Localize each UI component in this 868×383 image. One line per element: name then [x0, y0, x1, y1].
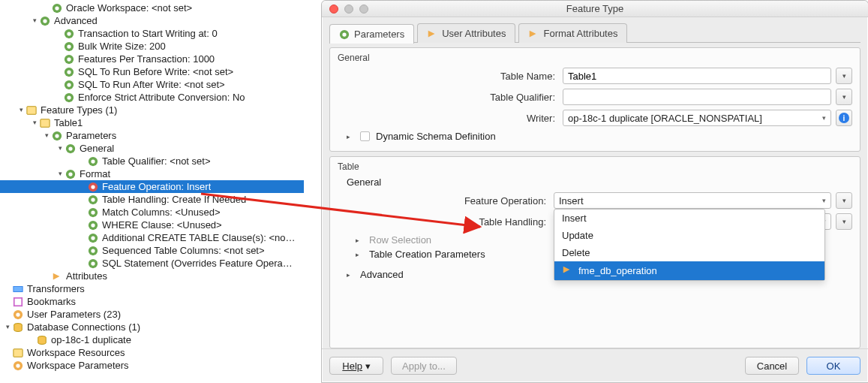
feature-operation-option-fme-db-operation[interactable]: fme_db_operation	[554, 261, 824, 280]
dynamic-schema-toggle[interactable]: ▸ Dynamic Schema Definition	[347, 131, 852, 142]
tree-item-user-parameters[interactable]: ▸User Parameters (23)	[0, 308, 304, 321]
tree-item-feature-operation[interactable]: ▸Feature Operation: Insert	[0, 180, 304, 193]
option-label: Delete	[562, 247, 590, 258]
database-icon	[36, 334, 48, 346]
feature-operation-option-update[interactable]: Update	[554, 227, 824, 244]
tab-format-attributes[interactable]: Format Attributes	[518, 23, 627, 43]
writer-info-button[interactable]: i	[836, 110, 852, 126]
tree-item-label: General	[80, 142, 114, 155]
tree-item[interactable]: ▸Bulk Write Size: 200	[0, 40, 304, 53]
titlebar: Feature Type	[322, 1, 868, 17]
tree-item[interactable]: ▸Sequenced Table Columns: <not set>	[0, 244, 304, 257]
tree-item-bookmarks[interactable]: ▸Bookmarks	[0, 295, 304, 308]
table-name-input[interactable]	[563, 68, 831, 84]
tab-user-attributes[interactable]: User Attributes	[417, 23, 515, 43]
writer-select[interactable]: op-18c-1 duplicate [ORACLE_NONSPATIAL] ▾	[563, 110, 831, 126]
tree-item-label: Parameters	[66, 129, 116, 142]
label-feature-operation: Feature Operation:	[347, 195, 554, 207]
minimize-icon[interactable]	[344, 5, 353, 14]
feature-operation-value: Insert	[559, 195, 584, 207]
svg-point-29	[91, 198, 95, 201]
dynamic-schema-checkbox[interactable]	[360, 131, 370, 141]
svg-point-51	[342, 32, 346, 36]
svg-rect-16	[27, 106, 36, 114]
table-name-menu-button[interactable]: ▾	[836, 68, 852, 84]
section-title: General	[338, 53, 852, 63]
tree-item[interactable]: ▸SQL To Run Before Write: <not set>	[0, 65, 304, 78]
feature-operation-dropdown: Insert Update Delete fme_db_operation	[554, 209, 825, 281]
gear-icon	[39, 15, 51, 27]
svg-point-19	[55, 134, 59, 137]
tree-item-table1[interactable]: ▾ Table1	[0, 116, 304, 129]
tree-item[interactable]: ▸Transaction to Start Writing at: 0	[0, 27, 304, 40]
tree-item-label: SQL To Run Before Write: <not set>	[78, 65, 233, 78]
disclosure-triangle-icon: ▸	[347, 271, 354, 279]
gear-icon	[87, 258, 99, 270]
table-creation-params-label: Table Creation Parameters	[369, 249, 485, 260]
tree-item[interactable]: ▸Additional CREATE TABLE Clause(s): <no…	[0, 231, 304, 244]
arrow-right-icon	[427, 29, 437, 39]
svg-point-1	[55, 6, 59, 10]
feature-operation-option-delete[interactable]: Delete	[554, 244, 824, 261]
tree-item-format[interactable]: ▾ Format	[0, 167, 304, 180]
svg-rect-17	[41, 119, 50, 127]
help-button[interactable]: Help ▾	[329, 357, 383, 375]
maximize-icon[interactable]	[359, 5, 368, 14]
tree-item[interactable]: ▸Table Qualifier: <not set>	[0, 155, 304, 167]
tree-item-label: Feature Operation: Insert	[102, 180, 211, 193]
bookmark-icon	[12, 296, 24, 308]
tree-item-database-connections[interactable]: ▾ Database Connections (1)	[0, 321, 304, 333]
tree-item-advanced[interactable]: ▾ Advanced	[0, 14, 304, 27]
option-label: Update	[562, 230, 593, 241]
svg-marker-53	[530, 30, 536, 37]
button-label: OK	[827, 360, 841, 372]
tree-item[interactable]: ▸Features Per Transaction: 1000	[0, 53, 304, 65]
tab-label: Format Attributes	[543, 28, 617, 39]
tree-item[interactable]: ▸Match Columns: <Unused>	[0, 206, 304, 219]
tree-item-label: Bookmarks	[27, 295, 76, 308]
tree-item-attributes[interactable]: ▸ Attributes	[0, 270, 304, 282]
svg-point-23	[91, 159, 95, 163]
tree-item-label: Advanced	[54, 14, 98, 27]
tree-item-workspace-resources[interactable]: ▸Workspace Resources	[0, 346, 304, 359]
tree-item-parameters[interactable]: ▾ Parameters	[0, 129, 304, 142]
cancel-button[interactable]: Cancel	[745, 357, 799, 375]
arrow-right-icon	[528, 29, 539, 39]
window-title: Feature Type	[322, 3, 868, 14]
feature-operation-select[interactable]: Insert ▾	[554, 192, 831, 209]
table-handling-menu-button[interactable]: ▾	[836, 213, 852, 230]
tree-item[interactable]: ▸op-18c-1 duplicate	[0, 333, 304, 346]
feature-operation-option-insert[interactable]: Insert	[554, 210, 824, 227]
tree-item-workspace-parameters[interactable]: ▸Workspace Parameters	[0, 359, 304, 372]
tree-item-label: Table1	[54, 116, 83, 129]
window-controls	[329, 5, 368, 14]
folder-icon	[39, 117, 51, 129]
apply-to-button[interactable]: Apply to...	[391, 357, 457, 375]
tree-item[interactable]: ▸SQL To Run After Write: <not set>	[0, 78, 304, 91]
svg-point-31	[91, 210, 95, 214]
gear-icon	[65, 168, 77, 180]
ok-button[interactable]: OK	[806, 357, 860, 375]
tree-item[interactable]: ▸SQL Statement (Overrides Feature Opera…	[0, 257, 304, 270]
tree-item-transformers[interactable]: ▸Transformers	[0, 282, 304, 295]
tree-item-label: Feature Types (1)	[41, 104, 117, 116]
disclosure-triangle-icon: ▸	[356, 251, 363, 258]
gear-icon	[339, 29, 350, 40]
tree-item-label: Format	[80, 167, 110, 180]
section-general: General Table Name: ▾ Table Qualifier: ▾	[329, 47, 860, 152]
transformer-icon	[12, 283, 24, 295]
close-icon[interactable]	[329, 5, 338, 14]
table-qualifier-menu-button[interactable]: ▾	[836, 89, 852, 105]
navigator-tree[interactable]: ▸ Oracle Workspace: <not set> ▾ Advanced…	[0, 0, 304, 383]
svg-point-21	[68, 146, 72, 150]
tree-item[interactable]: ▸Table Handling: Create If Needed	[0, 193, 304, 206]
tab-parameters[interactable]: Parameters	[329, 24, 414, 44]
gear-icon	[12, 360, 24, 372]
table-qualifier-input[interactable]	[563, 89, 831, 105]
feature-operation-menu-button[interactable]: ▾	[836, 192, 852, 209]
tree-item-feature-types[interactable]: ▾ Feature Types (1)	[0, 104, 304, 116]
tree-item[interactable]: ▸ Oracle Workspace: <not set>	[0, 2, 304, 14]
tree-item-general[interactable]: ▾ General	[0, 142, 304, 155]
tree-item[interactable]: ▸WHERE Clause: <Unused>	[0, 219, 304, 231]
tree-item[interactable]: ▸Enforce Strict Attribute Conversion: No	[0, 91, 304, 104]
